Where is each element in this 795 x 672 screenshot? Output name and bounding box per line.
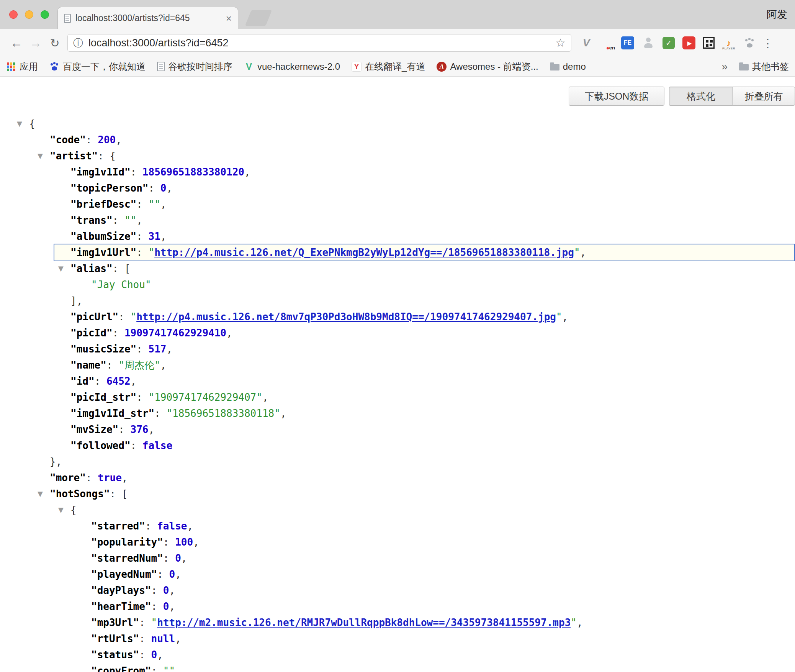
json-token: :	[154, 408, 166, 419]
json-token: 0	[163, 585, 169, 596]
json-token: "starredNum"	[91, 552, 163, 564]
json-token: ,	[244, 166, 250, 178]
json-token: : [	[113, 263, 131, 274]
bookmark-star-icon[interactable]: ☆	[555, 37, 566, 49]
qr-code-icon[interactable]	[703, 37, 715, 49]
download-json-button[interactable]: 下载JSON数据	[569, 87, 664, 106]
bookmark-item[interactable]: AAwesomes - 前端资...	[437, 61, 538, 73]
json-token: : {	[98, 150, 116, 162]
bookmark-apps[interactable]: 应用	[6, 61, 38, 73]
bookmarks-bar: 应用 百度一下，你就知道谷歌按时间排序Vvue-hackernews-2.0Y在…	[0, 57, 795, 77]
json-token: 0	[169, 569, 175, 580]
json-token: "18569651883380118"	[166, 408, 280, 419]
awesomes-icon: A	[437, 62, 447, 72]
json-token: ,	[157, 649, 163, 661]
json-link[interactable]: http://m2.music.126.net/RMJR7wDullRqppBk…	[157, 617, 571, 628]
json-token: "name"	[70, 359, 106, 371]
json-line: ],	[0, 293, 795, 309]
json-token: :	[136, 231, 148, 242]
paw-icon[interactable]	[743, 36, 756, 49]
vimium-icon[interactable]: V	[580, 36, 593, 49]
page-content: 下载JSON数据 格式化 折叠所有 ▼{"code": 200,▼"artist…	[0, 77, 795, 672]
url-text[interactable]: localhost:3000/artists?id=6452	[88, 37, 229, 49]
json-token: "copyFrom"	[91, 665, 151, 672]
json-token: "hearTime"	[91, 601, 151, 612]
json-token: "alias"	[70, 263, 113, 274]
bookmark-item[interactable]: demo	[550, 61, 586, 72]
tab-close-icon[interactable]: ×	[226, 13, 232, 23]
json-token: :	[139, 633, 151, 644]
json-token: "briefDesc"	[70, 198, 136, 210]
bookmark-item[interactable]: Vvue-hackernews-2.0	[244, 61, 340, 72]
profile-name[interactable]: 阿发	[767, 0, 787, 29]
json-token: "picId"	[70, 327, 113, 339]
json-token: "	[151, 617, 157, 628]
json-line: "more": true,	[0, 470, 795, 486]
json-line: "mp3Url": "http://m2.music.126.net/RMJR7…	[0, 615, 795, 631]
json-token: "mp3Url"	[91, 617, 139, 628]
json-token: ,	[187, 520, 193, 532]
apps-grid-icon	[6, 62, 16, 72]
bookmark-item[interactable]: 谷歌按时间排序	[157, 61, 232, 73]
json-token: "19097417462929407"	[149, 392, 262, 403]
reload-button[interactable]: ↻	[45, 33, 64, 52]
json-token: "topicPerson"	[70, 182, 149, 194]
json-token: ,	[160, 231, 167, 242]
green-shield-icon[interactable]: ✓	[662, 37, 675, 49]
vue-icon: V	[244, 62, 254, 72]
json-token: ,	[562, 311, 568, 323]
json-token: "status"	[91, 649, 139, 661]
json-token: 0	[163, 601, 169, 612]
json-token: :	[118, 311, 130, 323]
json-token: 0	[160, 182, 167, 194]
json-line: ▼{	[0, 116, 795, 132]
browser-tab[interactable]: localhost:3000/artists?id=645 ×	[57, 7, 238, 29]
json-token: ,	[226, 327, 232, 339]
json-token: :	[86, 134, 98, 146]
json-line: "hearTime": 0,	[0, 598, 795, 615]
json-viewer: ▼{"code": 200,▼"artist": {"img1v1Id": 18…	[0, 116, 795, 672]
collapse-all-button[interactable]: 折叠所有	[733, 87, 795, 106]
json-link[interactable]: http://p4.music.126.net/8mv7qP30Pd3oHW8b…	[136, 311, 556, 323]
json-token: "id"	[70, 375, 95, 387]
collapse-triangle-icon[interactable]: ▼	[58, 261, 64, 277]
json-token: :	[136, 198, 148, 210]
json-token: "popularity"	[91, 536, 163, 548]
browser-menu-icon[interactable]: ⋮	[762, 36, 774, 50]
json-token: "Jay Chou"	[91, 279, 151, 290]
json-line: "Jay Chou"	[0, 277, 795, 293]
bookmark-item[interactable]: Y在线翻译_有道	[352, 61, 425, 73]
back-button[interactable]: ←	[7, 33, 26, 52]
json-line: "rtUrls": null,	[0, 631, 795, 647]
json-token: ,	[166, 343, 172, 355]
json-token: false	[142, 440, 172, 451]
json-token: :	[118, 424, 130, 435]
close-window-button[interactable]	[9, 10, 18, 19]
bookmark-item[interactable]: 百度一下，你就知道	[49, 61, 146, 73]
folder-icon	[739, 64, 749, 70]
json-link[interactable]: http://p4.music.126.net/Q_ExePNkmgB2yWyL…	[154, 247, 574, 258]
user-silhouette-icon[interactable]	[642, 36, 655, 49]
new-tab-button[interactable]	[245, 10, 272, 26]
bookmark-other-folder[interactable]: 其他书签	[739, 61, 789, 73]
collapse-triangle-icon[interactable]: ▼	[17, 116, 22, 132]
collapse-triangle-icon[interactable]: ▼	[58, 502, 64, 518]
player-icon[interactable]: ♪PLAYER	[722, 36, 735, 49]
address-bar[interactable]: ⓘ localhost:3000/artists?id=6452 ☆	[67, 34, 571, 52]
bookmarks-overflow-icon[interactable]: »	[721, 61, 728, 73]
json-token: :	[136, 247, 148, 258]
translate-pen-icon[interactable]: en	[600, 36, 613, 49]
tab-title: localhost:3000/artists?id=645	[75, 13, 221, 23]
site-info-icon[interactable]: ⓘ	[73, 38, 83, 48]
json-token: "more"	[50, 472, 86, 484]
fe-icon[interactable]: FE	[621, 36, 634, 49]
minimize-window-button[interactable]	[25, 10, 33, 19]
collapse-triangle-icon[interactable]: ▼	[38, 148, 43, 164]
format-button[interactable]: 格式化	[669, 87, 733, 106]
json-token: :	[86, 472, 98, 484]
youtube-icon[interactable]: ▶	[682, 36, 695, 49]
json-token: "img1v1Url"	[70, 247, 136, 258]
forward-button[interactable]: →	[26, 33, 45, 52]
collapse-triangle-icon[interactable]: ▼	[38, 486, 43, 502]
zoom-window-button[interactable]	[41, 10, 49, 19]
